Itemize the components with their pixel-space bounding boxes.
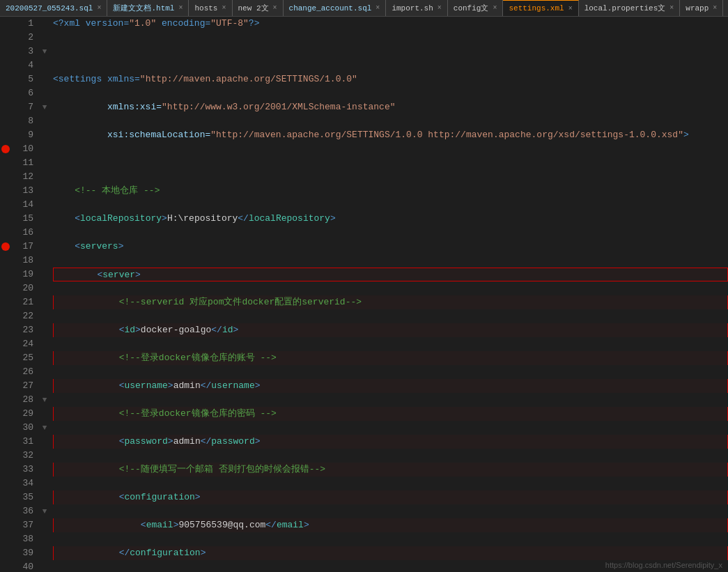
tab-settings-xml[interactable]: settings.xml × <box>503 0 578 17</box>
code-area[interactable]: <?xml version="1.0" encoding="UTF-8"?> <… <box>50 17 728 572</box>
tab-close[interactable]: × <box>568 5 573 13</box>
breakpoint-2 <box>1 242 10 251</box>
tab-close[interactable]: × <box>97 4 101 12</box>
tab-close[interactable]: × <box>222 4 226 12</box>
watermark: https://blog.csdn.net/Serendipity_x <box>605 561 722 569</box>
tab-close[interactable]: × <box>493 4 497 12</box>
tab-close[interactable]: × <box>669 4 674 12</box>
breakpoint-1 <box>1 145 10 153</box>
tab-local-properties[interactable]: local.properties文 × <box>579 0 681 17</box>
tab-bar[interactable]: 20200527_055243.sql × 新建文文档.html × hosts… <box>0 0 728 17</box>
tab-close[interactable]: × <box>273 4 277 12</box>
editor-container: 1 2 3 4 5 6 7 8 9 10 11 12 13 14 15 16 1… <box>0 17 728 572</box>
tab-close[interactable]: × <box>178 4 183 12</box>
tab-change-account[interactable]: change_account.sql × <box>284 0 387 17</box>
tab-wrapp[interactable]: wrapp × <box>680 0 723 17</box>
code-content: <?xml version="1.0" encoding="UTF-8"?> <… <box>53 17 728 572</box>
tab-close[interactable]: × <box>437 4 442 12</box>
tab-html[interactable]: 新建文文档.html × <box>107 0 189 17</box>
tab-hosts[interactable]: hosts × <box>189 0 232 17</box>
tab-close[interactable]: × <box>375 4 380 12</box>
tab-import[interactable]: import.sh × <box>386 0 447 17</box>
line-numbers: 1 2 3 4 5 6 7 8 9 10 11 12 13 14 15 16 1… <box>11 17 39 572</box>
tab-config[interactable]: config文 × <box>448 0 504 17</box>
tab-close[interactable]: × <box>713 4 717 12</box>
tab-sql1[interactable]: 20200527_055243.sql × <box>0 0 107 17</box>
tab-new2[interactable]: new 2文 × <box>233 0 284 17</box>
gutter <box>0 17 11 572</box>
fold-column[interactable]: ▼ ▼ ▼ ▼ ▼ <box>39 17 50 572</box>
